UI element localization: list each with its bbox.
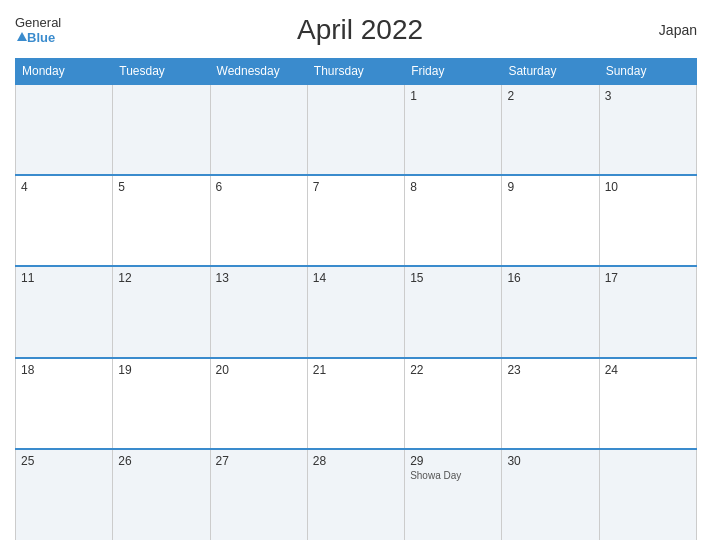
day-number: 16 [507, 271, 593, 285]
day-number: 26 [118, 454, 204, 468]
weekday-header-sunday: Sunday [599, 59, 696, 85]
logo-blue-text: Blue [27, 30, 55, 45]
calendar-cell: 15 [405, 266, 502, 357]
calendar-cell: 13 [210, 266, 307, 357]
calendar-cell: 24 [599, 358, 696, 449]
calendar-cell: 19 [113, 358, 210, 449]
calendar-cell [210, 84, 307, 175]
day-number: 4 [21, 180, 107, 194]
day-number: 3 [605, 89, 691, 103]
day-number: 1 [410, 89, 496, 103]
calendar-cell: 28 [307, 449, 404, 540]
calendar-cell: 17 [599, 266, 696, 357]
calendar-cell: 10 [599, 175, 696, 266]
logo-triangle-icon [17, 32, 27, 41]
calendar-cell: 6 [210, 175, 307, 266]
weekday-header-wednesday: Wednesday [210, 59, 307, 85]
calendar-cell: 8 [405, 175, 502, 266]
day-number: 7 [313, 180, 399, 194]
weekday-header-tuesday: Tuesday [113, 59, 210, 85]
calendar-cell: 29Showa Day [405, 449, 502, 540]
week-row-3: 11121314151617 [16, 266, 697, 357]
holiday-label: Showa Day [410, 470, 496, 481]
calendar-cell: 9 [502, 175, 599, 266]
day-number: 6 [216, 180, 302, 194]
day-number: 20 [216, 363, 302, 377]
calendar-cell: 5 [113, 175, 210, 266]
country-label: Japan [659, 22, 697, 38]
day-number: 23 [507, 363, 593, 377]
day-number: 17 [605, 271, 691, 285]
calendar-cell: 30 [502, 449, 599, 540]
calendar-cell [16, 84, 113, 175]
weekday-header-thursday: Thursday [307, 59, 404, 85]
day-number: 11 [21, 271, 107, 285]
logo: General Blue [15, 16, 61, 45]
day-number: 19 [118, 363, 204, 377]
day-number: 13 [216, 271, 302, 285]
day-number: 30 [507, 454, 593, 468]
calendar-cell: 16 [502, 266, 599, 357]
day-number: 18 [21, 363, 107, 377]
calendar-cell: 14 [307, 266, 404, 357]
days-of-week-row: MondayTuesdayWednesdayThursdayFridaySatu… [16, 59, 697, 85]
calendar-cell: 3 [599, 84, 696, 175]
calendar-cell: 23 [502, 358, 599, 449]
weekday-header-monday: Monday [16, 59, 113, 85]
calendar-cell: 20 [210, 358, 307, 449]
day-number: 29 [410, 454, 496, 468]
week-row-5: 2526272829Showa Day30 [16, 449, 697, 540]
month-title: April 2022 [297, 14, 423, 46]
day-number: 22 [410, 363, 496, 377]
logo-general-text: General [15, 16, 61, 29]
weekday-header-friday: Friday [405, 59, 502, 85]
day-number: 28 [313, 454, 399, 468]
calendar-cell: 2 [502, 84, 599, 175]
day-number: 5 [118, 180, 204, 194]
week-row-1: 123 [16, 84, 697, 175]
day-number: 9 [507, 180, 593, 194]
calendar-body: 1234567891011121314151617181920212223242… [16, 84, 697, 540]
day-number: 8 [410, 180, 496, 194]
calendar-cell: 12 [113, 266, 210, 357]
calendar-cell: 1 [405, 84, 502, 175]
day-number: 21 [313, 363, 399, 377]
calendar-cell: 7 [307, 175, 404, 266]
calendar-cell: 25 [16, 449, 113, 540]
weekday-header-saturday: Saturday [502, 59, 599, 85]
calendar-table: MondayTuesdayWednesdayThursdayFridaySatu… [15, 58, 697, 540]
week-row-2: 45678910 [16, 175, 697, 266]
week-row-4: 18192021222324 [16, 358, 697, 449]
day-number: 12 [118, 271, 204, 285]
calendar-header: General Blue April 2022 Japan [15, 10, 697, 50]
calendar-cell: 18 [16, 358, 113, 449]
calendar-header-row: MondayTuesdayWednesdayThursdayFridaySatu… [16, 59, 697, 85]
calendar-cell: 4 [16, 175, 113, 266]
day-number: 25 [21, 454, 107, 468]
calendar-cell [307, 84, 404, 175]
calendar-cell: 22 [405, 358, 502, 449]
calendar-cell: 11 [16, 266, 113, 357]
calendar-cell [599, 449, 696, 540]
calendar-cell: 27 [210, 449, 307, 540]
day-number: 15 [410, 271, 496, 285]
day-number: 2 [507, 89, 593, 103]
calendar-cell [113, 84, 210, 175]
logo-blue-row: Blue [15, 29, 55, 45]
day-number: 24 [605, 363, 691, 377]
calendar-cell: 21 [307, 358, 404, 449]
day-number: 14 [313, 271, 399, 285]
calendar-cell: 26 [113, 449, 210, 540]
day-number: 10 [605, 180, 691, 194]
day-number: 27 [216, 454, 302, 468]
